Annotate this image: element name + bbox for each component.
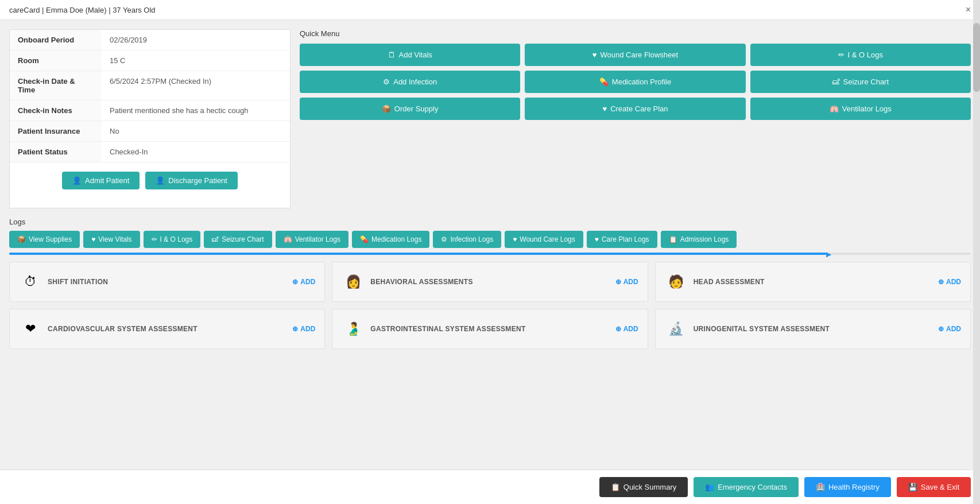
patient-info-row: Check-in NotesPatient mentioned she has …	[10, 100, 290, 121]
qm-label-0: Add Vitals	[399, 51, 432, 59]
add-circle-icon-5: ⊕	[938, 325, 944, 333]
info-value: Checked-In	[102, 142, 290, 162]
assessment-card-2: 🧑 HEAD ASSESSMENT ⊕ ADD	[655, 262, 971, 302]
add-circle-icon-2: ⊕	[938, 278, 944, 286]
add-circle-icon-3: ⊕	[292, 325, 298, 333]
patient-info-row: Patient StatusChecked-In	[10, 142, 290, 162]
assessment-card-left-0: ⏱ SHIFT INITIATION	[19, 270, 108, 293]
save-exit-label: Save & Exit	[921, 483, 959, 491]
log-tab-label-2: I & O Logs	[160, 235, 193, 243]
window-title: careCard | Emma Doe (Male) | 37 Years Ol…	[9, 6, 156, 14]
log-tab-1[interactable]: ♥View Vitals	[83, 231, 140, 248]
assessment-icon-1: 👩	[342, 270, 365, 293]
emergency-contacts-button[interactable]: 👥 Emergency Contacts	[694, 477, 799, 497]
quick-menu-button-6[interactable]: 📦Order Supply	[300, 98, 520, 120]
qm-label-6: Order Supply	[394, 104, 439, 113]
quick-menu-button-1[interactable]: ♥Wound Care Flowsheet	[525, 44, 745, 66]
assessment-icon-2: 🧑	[665, 270, 688, 293]
qm-icon-6: 📦	[382, 104, 391, 113]
qm-icon-7: ♥	[602, 104, 607, 113]
assessment-card-left-3: ❤ CARDIOVASCULAR SYSTEM ASSESSMENT	[19, 317, 197, 340]
log-tab-6[interactable]: ⚙Infection Logs	[433, 231, 501, 248]
quick-menu-button-0[interactable]: 🗒Add Vitals	[300, 44, 520, 66]
discharge-patient-button[interactable]: 👤 Discharge Patient	[145, 172, 238, 189]
assessment-icon-5: 🔬	[665, 317, 688, 340]
scrollbar[interactable]	[973, 0, 980, 504]
assessment-title-1: BEHAVIORAL ASSESSMENTS	[370, 278, 472, 286]
log-tab-9[interactable]: 📋Admission Logs	[661, 231, 737, 248]
log-tab-2[interactable]: ✏I & O Logs	[144, 231, 201, 248]
assessment-card-4: 🫃 GASTROINTESTINAL SYSTEM ASSESSMENT ⊕ A…	[332, 309, 648, 349]
scroll-indicator-bar: ▶	[9, 253, 827, 255]
info-value: 6/5/2024 2:57PM (Checked In)	[102, 71, 290, 100]
assessment-title-2: HEAD ASSESSMENT	[694, 278, 765, 286]
assessment-card-1: 👩 BEHAVIORAL ASSESSMENTS ⊕ ADD	[332, 262, 648, 302]
admit-patient-button[interactable]: 👤 Admit Patient	[62, 172, 140, 189]
patient-info-panel: Onboard Period02/26/2019Room15 CCheck-in…	[9, 29, 290, 208]
qm-label-7: Create Care Plan	[610, 104, 668, 113]
assessment-grid: ⏱ SHIFT INITIATION ⊕ ADD 👩 BEHAVIORAL AS…	[9, 262, 971, 349]
qm-icon-3: ⚙	[383, 77, 390, 86]
qm-label-5: Seizure Chart	[843, 77, 889, 86]
log-tab-icon-0: 📦	[17, 235, 26, 243]
info-value: No	[102, 121, 290, 142]
qm-icon-4: 💊	[599, 77, 609, 86]
log-tab-4[interactable]: 🫁Ventilator Logs	[276, 231, 348, 248]
quick-summary-button[interactable]: 📋 Quick Summary	[599, 477, 688, 497]
assessment-card-0: ⏱ SHIFT INITIATION ⊕ ADD	[9, 262, 325, 302]
logs-section: Logs 📦View Supplies♥View Vitals✏I & O Lo…	[0, 218, 980, 358]
quick-summary-icon: 📋	[611, 483, 620, 491]
log-tab-0[interactable]: 📦View Supplies	[9, 231, 80, 248]
log-tab-icon-9: 📋	[669, 235, 677, 243]
log-tab-label-5: Medication Logs	[371, 235, 421, 243]
close-icon[interactable]: ×	[966, 5, 971, 15]
log-tab-8[interactable]: ♥Care Plan Logs	[587, 231, 657, 248]
log-tab-icon-2: ✏	[152, 235, 157, 243]
scrollbar-thumb[interactable]	[973, 23, 980, 92]
log-tab-3[interactable]: 🛋Seizure Chart	[204, 231, 272, 248]
assessment-add-button-1[interactable]: ⊕ ADD	[615, 278, 638, 286]
log-tab-7[interactable]: ♥Wound Care Logs	[505, 231, 583, 248]
discharge-icon: 👤	[156, 176, 165, 185]
assessment-icon-4: 🫃	[342, 317, 365, 340]
assessment-add-button-2[interactable]: ⊕ ADD	[938, 278, 961, 286]
quick-menu-button-3[interactable]: ⚙Add Infection	[300, 71, 520, 93]
log-tab-icon-5: 💊	[360, 235, 369, 243]
quick-menu-button-7[interactable]: ♥Create Care Plan	[525, 98, 745, 120]
quick-menu-button-8[interactable]: 🫁Ventilator Logs	[750, 98, 971, 120]
assessment-add-button-5[interactable]: ⊕ ADD	[938, 325, 961, 333]
log-tab-icon-6: ⚙	[441, 235, 447, 243]
info-label: Check-in Notes	[10, 100, 102, 121]
logs-label: Logs	[9, 218, 971, 226]
log-tab-icon-4: 🫁	[284, 235, 292, 243]
quick-menu-button-5[interactable]: 🛋Seizure Chart	[750, 71, 971, 93]
info-value: Patient mentioned she has a hectic cough	[102, 100, 290, 121]
log-tab-5[interactable]: 💊Medication Logs	[352, 231, 429, 248]
quick-menu-button-4[interactable]: 💊Medication Profile	[525, 71, 745, 93]
assessment-add-button-3[interactable]: ⊕ ADD	[292, 325, 315, 333]
quick-menu-label: Quick Menu	[300, 29, 971, 38]
assessment-title-0: SHIFT INITIATION	[48, 278, 108, 286]
log-tab-label-4: Ventilator Logs	[295, 235, 340, 243]
health-registry-button[interactable]: 🏥 Health Registry	[804, 477, 891, 497]
add-label-4: ADD	[623, 325, 638, 333]
assessment-add-button-4[interactable]: ⊕ ADD	[615, 325, 638, 333]
add-circle-icon-0: ⊕	[292, 278, 298, 286]
quick-menu-button-2[interactable]: ✏I & O Logs	[750, 44, 971, 66]
log-tab-label-7: Wound Care Logs	[520, 235, 575, 243]
assessment-card-5: 🔬 URINOGENITAL SYSTEM ASSESSMENT ⊕ ADD	[655, 309, 971, 349]
log-tab-label-6: Infection Logs	[450, 235, 493, 243]
log-tab-icon-1: ♥	[91, 235, 95, 243]
add-label-3: ADD	[300, 325, 315, 333]
title-bar: careCard | Emma Doe (Male) | 37 Years Ol…	[0, 0, 980, 20]
assessment-card-left-4: 🫃 GASTROINTESTINAL SYSTEM ASSESSMENT	[342, 317, 525, 340]
qm-label-2: I & O Logs	[848, 51, 883, 59]
qm-label-8: Ventilator Logs	[842, 104, 892, 113]
admit-icon: 👤	[72, 176, 82, 185]
health-registry-icon: 🏥	[816, 483, 825, 491]
assessment-add-button-0[interactable]: ⊕ ADD	[292, 278, 315, 286]
logs-tabs: 📦View Supplies♥View Vitals✏I & O Logs🛋Se…	[9, 231, 971, 250]
bottom-bar: 📋 Quick Summary 👥 Emergency Contacts 🏥 H…	[0, 470, 980, 504]
emergency-contacts-label: Emergency Contacts	[718, 483, 787, 491]
save-exit-button[interactable]: 💾 Save & Exit	[897, 477, 971, 497]
